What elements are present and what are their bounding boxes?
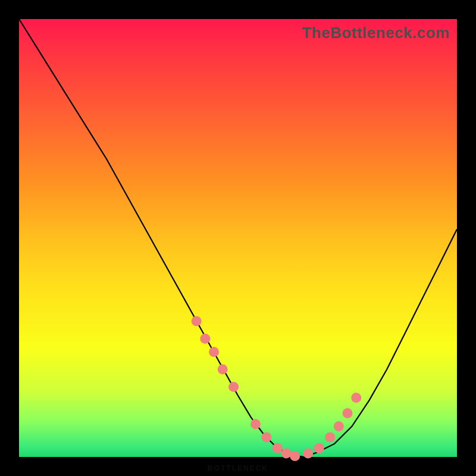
marker-dot [250,419,261,429]
marker-dot [281,449,292,459]
marker-dot [261,432,271,442]
marker-dot [290,451,300,461]
marker-dot [314,443,324,453]
marker-dot [209,347,219,357]
marker-dot [218,364,228,374]
chart-svg [19,19,457,457]
marker-dot [200,334,210,344]
marker-dot [351,393,361,403]
marker-dot [192,316,202,326]
signature: BOTTLENECK [208,464,268,472]
bottleneck-curve [19,19,457,457]
plot-area: TheBottleneck.com [19,19,457,457]
marker-dot [228,382,239,392]
marker-dot [334,421,344,431]
marker-group [192,316,362,461]
marker-dot [343,408,353,418]
marker-dot [273,443,283,453]
marker-dot [325,432,335,442]
marker-dot [303,449,313,459]
chart-frame: TheBottleneck.com BOTTLENECK [0,0,476,476]
